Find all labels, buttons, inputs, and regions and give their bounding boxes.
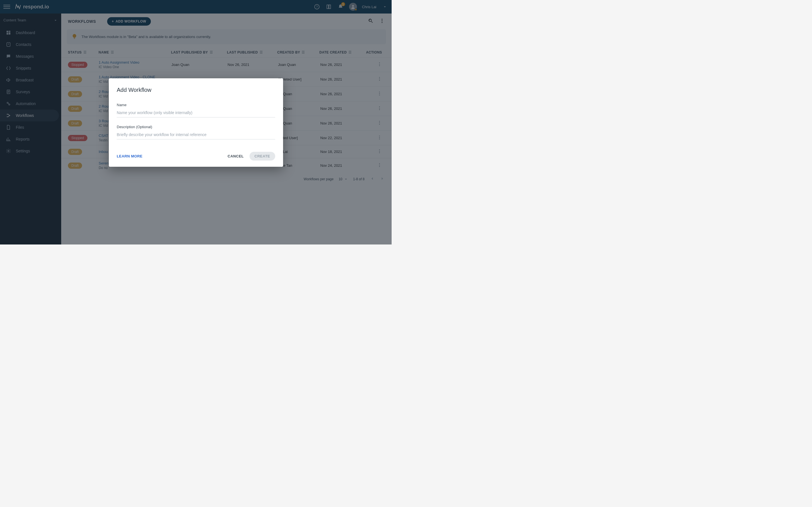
name-field-label: Name	[117, 103, 275, 107]
modal-title: Add Workflow	[117, 87, 275, 93]
add-workflow-modal: Add Workflow Name Description (Optional)…	[109, 78, 283, 167]
cancel-button[interactable]: CANCEL	[227, 154, 244, 158]
desc-field-label: Description (Optional)	[117, 125, 275, 129]
create-button[interactable]: CREATE	[250, 152, 275, 161]
workflow-desc-input[interactable]	[117, 131, 275, 139]
workflow-name-input[interactable]	[117, 109, 275, 117]
learn-more-link[interactable]: LEARN MORE	[117, 154, 142, 158]
